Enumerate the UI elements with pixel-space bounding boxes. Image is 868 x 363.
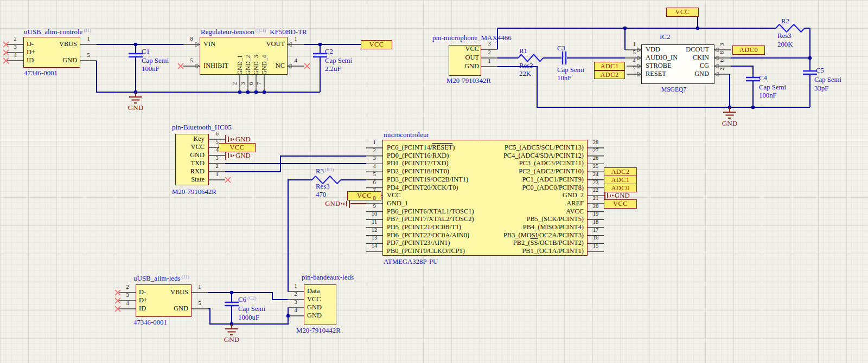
pin-number: 3	[288, 299, 304, 306]
part-type: Res3	[777, 32, 792, 40]
pin-row[interactable]: 1 State	[146, 176, 225, 184]
pin-row[interactable]: 27 PC4_(ADC4/SDA/PCINT12)	[358, 152, 604, 160]
pin-number: 5	[80, 52, 97, 59]
pin-number: 24	[588, 171, 604, 178]
pin-name: PB1_(OC1A/PCINT1)	[522, 247, 584, 255]
net-label-adc0[interactable]: ADC0	[604, 184, 637, 192]
pin-name: GND	[190, 151, 205, 159]
part-value: 200K	[777, 41, 793, 48]
pin-name: VBUS	[59, 40, 77, 48]
part-ref: C6(C2)	[238, 296, 256, 304]
pin-row[interactable]: 16 PB2_(SS/OC1B/PCINT2)	[358, 239, 604, 247]
pin-number: 3	[481, 41, 497, 47]
pin-row[interactable]: 22 GND_2	[358, 191, 604, 199]
pin-row[interactable]: 6 CG	[628, 62, 714, 70]
part-value: 1000uF	[238, 314, 259, 321]
pin-row[interactable]: 19 PB5_(SCK/PCINT5)	[358, 215, 604, 223]
part-type: Cap Semi	[759, 83, 786, 91]
pin-name: GND	[464, 62, 479, 70]
pin-number: 2	[481, 49, 497, 56]
pin-number: 3	[209, 155, 225, 161]
pin-name: GND_2	[563, 191, 584, 199]
pin-row[interactable]: 8 CKIN	[628, 54, 714, 62]
net-label-adc1[interactable]: ADC1	[594, 62, 625, 70]
pin-row[interactable]: 1 VBUS	[26, 40, 97, 48]
pin-name: DCOUT	[686, 46, 709, 54]
pin-name: PC0_(ADC0/PCINT8)	[522, 184, 584, 192]
pin-row[interactable]: 2 GND	[628, 70, 714, 78]
pin-name: AVCC	[566, 208, 584, 216]
gnd-label: GND	[123, 104, 149, 112]
pin-number: 15	[588, 243, 604, 249]
pin-row[interactable]: 21 AREF	[358, 199, 604, 208]
pin-row[interactable]: 1 VBUS	[137, 288, 208, 296]
pin-row[interactable]: 18 PB4_(MISO/PCINT4)	[358, 223, 604, 231]
pin-row[interactable]: 3 DCOUT	[628, 46, 714, 54]
gnd-label: GND	[317, 200, 340, 208]
net-label-vcc[interactable]: VCC	[666, 8, 699, 17]
pin-row[interactable]: 15 PB1_(OC1A/PCINT1)	[358, 247, 604, 255]
pin-row[interactable]: 5 GND	[137, 304, 208, 313]
part-value: 470	[316, 191, 326, 198]
pin-number: 28	[588, 139, 604, 146]
pin-number: 19	[588, 211, 604, 217]
pin-name: GND_3	[253, 41, 260, 75]
schematic-canvas[interactable]: uUSB_alim-controle(J1) 47346-0001 Regula…	[0, 0, 868, 363]
gnd-label: GND	[717, 120, 743, 127]
net-label-adc0[interactable]: ADC0	[732, 46, 765, 55]
component-title: microcontroleur	[384, 131, 429, 139]
pin-name: CG	[700, 62, 709, 70]
pin-row[interactable]: 20 AVCC	[358, 208, 604, 216]
pin-number: 5	[192, 300, 208, 307]
pin-row[interactable]: 26 PC3_(ADC3/PCINT11)	[358, 159, 604, 167]
pin-row[interactable]: 25 PC2_(ADC2/PCINT10)	[358, 167, 604, 176]
component-title: pin-bandeaux-leds	[302, 274, 354, 281]
pin-number: 8	[183, 36, 200, 42]
component-title: pin-microphone_MAX4466	[432, 34, 512, 42]
part-ref: R1	[519, 47, 527, 55]
part-value: 33pF	[814, 85, 828, 92]
pin-row[interactable]: 24 PC1_(ADC1/PCINT9)	[358, 176, 604, 184]
net-label-vcc[interactable]: VCC	[361, 40, 392, 49]
net-label-adc2[interactable]: ADC2	[594, 70, 625, 79]
net-label-vcc[interactable]: VCC	[604, 199, 637, 209]
pin-name: GND_4	[261, 41, 268, 75]
pin-number: 2	[232, 77, 238, 90]
component-title: uUSB_alim-controle(J1)	[24, 28, 91, 36]
pin-name: TXD	[191, 159, 205, 167]
pin-row[interactable]: 28 PC5_(ADC5/SCL/PCINT13)	[358, 144, 604, 152]
pin-name: PB5_(SCK/PCINT5)	[527, 215, 584, 223]
pin-name: VCC	[191, 143, 205, 151]
part-number: M20-7910442R	[296, 327, 341, 334]
pin-name: NC	[276, 62, 285, 70]
part-type: Cap Semi	[142, 57, 169, 64]
pin-row[interactable]: 23 PC0_(ADC0/PCINT8)	[358, 184, 604, 192]
pin-name: GND	[62, 56, 77, 64]
pin-row[interactable]: 5 GND	[26, 56, 97, 64]
pin-name: VCC	[307, 295, 321, 303]
pin-number: 18	[588, 219, 604, 225]
pin-name: GND	[307, 303, 322, 312]
part-value: 2.2uF	[325, 65, 341, 73]
pin-number: 1	[192, 284, 208, 290]
net-label-adc2[interactable]: ADC2	[604, 167, 637, 176]
net-label-adc1[interactable]: ADC1	[604, 176, 637, 184]
part-number: M20-7910342R	[446, 77, 491, 85]
pin-name: INHIBIT	[203, 62, 228, 70]
pin-row[interactable]: 1 GND	[418, 62, 497, 70]
pin-name: Data	[307, 287, 320, 295]
pin-row[interactable]: GND_4 7	[260, 40, 268, 90]
pin-name: PB3_(MOSI/OC2A/PCINT3)	[503, 231, 584, 239]
pin-name: PC1_(ADC1/PCINT9)	[522, 176, 584, 184]
part-number: MSGEQ7	[661, 86, 686, 93]
pin-number: 3	[119, 292, 136, 299]
part-number: M20-7910642R	[172, 188, 216, 196]
pin-number: 26	[588, 155, 604, 161]
pin-number: 2	[719, 63, 725, 75]
pin-name: PC2_(ADC2/PCINT10)	[519, 167, 584, 176]
pin-row[interactable]: 17 PB3_(MOSI/OC2A/PCINT3)	[358, 231, 604, 239]
pin-row[interactable]: 4 GND	[286, 312, 357, 320]
pin-name: GND_2	[245, 41, 252, 75]
part-number: 47346-0001	[24, 69, 58, 77]
pin-number: 6	[248, 77, 254, 90]
